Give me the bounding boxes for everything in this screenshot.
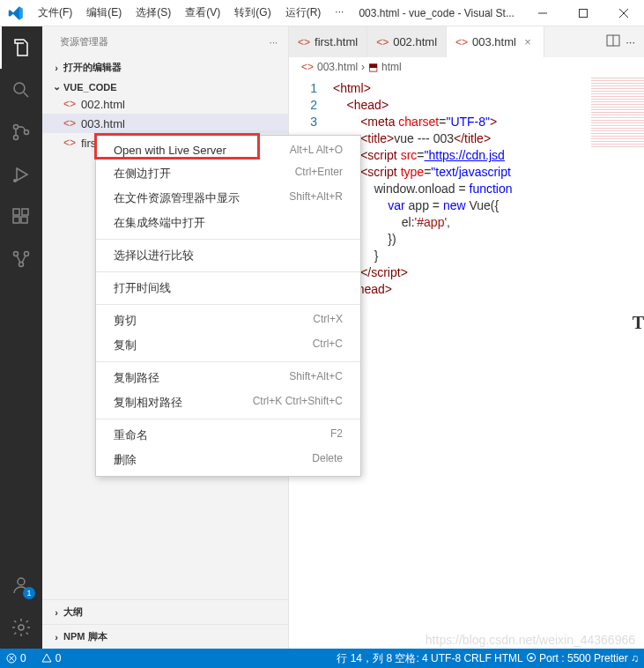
search-icon[interactable] [0, 69, 42, 111]
account-badge: 1 [23, 587, 35, 599]
editor-tabs: <>first.html <>002.html <>003.html× ··· [289, 26, 644, 57]
svg-rect-11 [13, 217, 19, 223]
context-menu-item[interactable]: 重命名F2 [96, 423, 360, 448]
svg-line-5 [24, 93, 28, 97]
context-menu-item[interactable]: Open with Live ServerAlt+L Alt+O [96, 139, 360, 161]
menu-item-label: 删除 [114, 452, 312, 468]
watermark: https://blog.csdn.net/weixin_44366966 [426, 633, 635, 647]
minimap[interactable] [591, 77, 644, 147]
menu-item-shortcut: Alt+L Alt+O [290, 144, 343, 157]
file-item-003[interactable]: <>003.html [42, 114, 288, 133]
chevron-down-icon: ⌄ [49, 81, 63, 93]
run-debug-icon[interactable] [0, 153, 42, 196]
svg-rect-10 [13, 209, 19, 215]
svg-point-6 [14, 125, 19, 130]
close-tab-icon[interactable]: × [521, 35, 535, 48]
window-title: 003.html - vue_code - Visual St... [351, 7, 522, 19]
activity-bar: 1 [0, 26, 42, 649]
html-file-icon: <> [63, 137, 81, 149]
menu-item-label: 在侧边打开 [114, 166, 295, 182]
window-controls [522, 0, 644, 26]
menu-separator [96, 304, 360, 305]
menu-item-label: 重命名 [114, 427, 330, 443]
outline-section[interactable]: ›大纲 [42, 599, 288, 624]
context-menu-item[interactable]: 在侧边打开Ctrl+Enter [96, 161, 360, 186]
npm-scripts-section[interactable]: ›NPM 脚本 [42, 624, 288, 649]
menu-run[interactable]: 运行(R) [278, 2, 329, 24]
context-menu-item[interactable]: 复制相对路径Ctrl+K Ctrl+Shift+C [96, 390, 360, 415]
chevron-right-icon: › [49, 607, 63, 618]
context-menu: Open with Live ServerAlt+L Alt+O在侧边打开Ctr… [95, 135, 361, 477]
tab-003[interactable]: <>003.html× [447, 26, 544, 57]
more-actions-icon[interactable]: ··· [625, 35, 635, 48]
menu-item-shortcut: Ctrl+C [313, 338, 343, 353]
code-content[interactable]: <html> <head> <meta charset="UTF-8"> <ti… [333, 77, 644, 649]
tab-label: 002.html [393, 35, 437, 48]
explorer-icon[interactable] [0, 26, 42, 69]
folder-section[interactable]: ⌄ VUE_CODE [42, 79, 288, 94]
menu-item-label: 复制 [114, 338, 313, 353]
menu-selection[interactable]: 选择(S) [129, 2, 178, 24]
menu-item-label: 打开时间线 [114, 280, 343, 296]
menu-bar: 文件(F) 编辑(E) 选择(S) 查看(V) 转到(G) 运行(R) ··· [31, 2, 351, 24]
maximize-button[interactable] [563, 0, 603, 26]
vscode-logo-icon [0, 5, 31, 21]
chevron-right-icon: › [49, 63, 63, 73]
html-file-icon: <> [298, 36, 310, 48]
menu-separator [96, 271, 360, 272]
svg-point-17 [18, 578, 25, 585]
menu-more[interactable]: ··· [328, 2, 351, 24]
sidebar-header: 资源管理器 ··· [42, 26, 288, 57]
context-menu-item[interactable]: 删除Delete [96, 448, 360, 472]
menu-file[interactable]: 文件(F) [31, 2, 79, 24]
split-editor-icon[interactable] [606, 33, 620, 50]
html-file-icon: <> [63, 117, 81, 130]
chevron-right-icon: › [361, 61, 365, 73]
git-graph-icon[interactable] [0, 238, 42, 280]
file-label: 002.html [81, 98, 125, 111]
extensions-icon[interactable] [0, 196, 42, 238]
html-file-icon: <> [376, 36, 389, 48]
html-file-icon: <> [301, 61, 314, 73]
html-file-icon: <> [63, 98, 81, 110]
context-menu-item[interactable]: 在集成终端中打开 [96, 211, 360, 235]
menu-item-shortcut: Ctrl+K Ctrl+Shift+C [253, 395, 343, 411]
element-icon: ⬒ [368, 61, 378, 73]
menu-edit[interactable]: 编辑(E) [79, 2, 129, 24]
context-menu-item[interactable]: 在文件资源管理器中显示Shift+Alt+R [96, 186, 360, 211]
breadcrumb-file: 003.html [317, 61, 358, 73]
svg-point-18 [19, 625, 24, 630]
status-warnings[interactable]: 0 [35, 649, 67, 668]
chevron-right-icon: › [49, 632, 63, 642]
context-menu-item[interactable]: 打开时间线 [96, 276, 360, 301]
menu-item-label: 剪切 [114, 313, 313, 329]
menu-view[interactable]: 查看(V) [178, 2, 227, 24]
status-errors[interactable]: 0 [0, 649, 32, 668]
close-button[interactable] [603, 0, 644, 26]
context-menu-item[interactable]: 选择以进行比较 [96, 243, 360, 268]
open-editors-section[interactable]: › 打开的编辑器 [42, 59, 288, 76]
file-item-002[interactable]: <>002.html [42, 94, 288, 114]
source-control-icon[interactable] [0, 111, 42, 153]
open-editors-label: 打开的编辑器 [63, 61, 122, 74]
tab-first[interactable]: <>first.html [289, 26, 367, 57]
titlebar: 文件(F) 编辑(E) 选择(S) 查看(V) 转到(G) 运行(R) ··· … [0, 0, 644, 26]
context-menu-item[interactable]: 复制Ctrl+C [96, 333, 360, 358]
account-icon[interactable]: 1 [0, 564, 42, 606]
settings-gear-icon[interactable] [0, 606, 42, 649]
svg-point-7 [14, 136, 19, 140]
npm-label: NPM 脚本 [63, 630, 107, 643]
menu-item-label: 在集成终端中打开 [114, 215, 343, 231]
context-menu-item[interactable]: 复制路径Shift+Alt+C [96, 366, 360, 390]
menu-separator [96, 419, 360, 419]
menu-go[interactable]: 转到(G) [227, 2, 278, 24]
tab-002[interactable]: <>002.html [367, 26, 447, 57]
overview-marker: T [633, 313, 644, 333]
breadcrumb[interactable]: <> 003.html › ⬒ html [289, 57, 644, 77]
context-menu-item[interactable]: 剪切Ctrl+X [96, 308, 360, 333]
html-file-icon: <> [455, 36, 468, 48]
status-right[interactable]: 行 14，列 8 空格: 4 UTF-8 CRLF HTML ⦿ Port : … [331, 649, 644, 668]
more-actions-icon[interactable]: ··· [270, 37, 278, 48]
svg-point-8 [25, 130, 29, 135]
minimize-button[interactable] [522, 0, 563, 26]
